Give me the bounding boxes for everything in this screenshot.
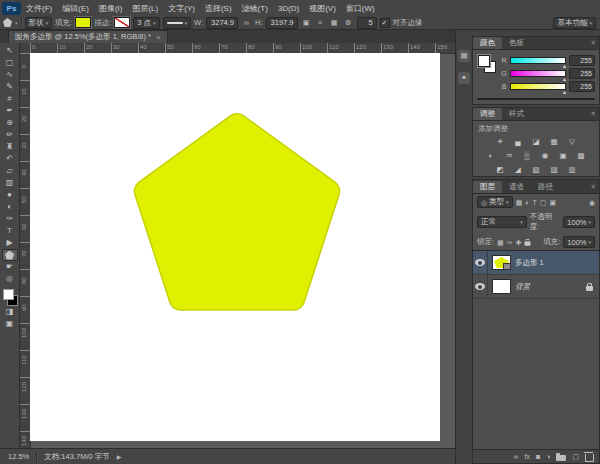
menu-edit[interactable]: 编辑(E)	[57, 1, 94, 16]
blur-tool[interactable]: ●	[2, 189, 18, 201]
filter-shape-layers-icon[interactable]: ▢	[540, 198, 547, 207]
layer-name[interactable]: 多边形 1	[515, 258, 544, 268]
link-dimensions-icon[interactable]: ∞	[241, 18, 252, 28]
menu-3d[interactable]: 3D(D)	[273, 1, 304, 16]
path-arrangement-icon[interactable]: ▦	[329, 18, 340, 28]
stroke-width-select[interactable]: 3 点 ▾	[133, 17, 159, 29]
history-brush-tool[interactable]: ↶	[2, 153, 18, 165]
color-lookup-icon[interactable]: ▩	[575, 151, 587, 161]
tab-swatches[interactable]: 色板	[502, 37, 531, 49]
path-operations-icon[interactable]: ▣	[301, 18, 312, 28]
new-layer-icon[interactable]: ▢	[572, 452, 579, 462]
eyedropper-tool[interactable]: ✒	[2, 105, 18, 117]
type-tool[interactable]: T	[2, 225, 18, 237]
zoom-tool[interactable]: ◎	[2, 273, 18, 285]
close-icon[interactable]: ×	[156, 33, 161, 42]
layer-style-fx-icon[interactable]: fx	[524, 452, 529, 462]
layer-row-polygon-1[interactable]: 多边形 1	[473, 251, 599, 275]
hand-tool[interactable]: ☛	[2, 261, 18, 273]
blue-value-field[interactable]: 255	[569, 81, 595, 92]
eraser-tool[interactable]: ▱	[2, 165, 18, 177]
new-group-icon[interactable]	[556, 455, 566, 461]
tab-paths[interactable]: 路径	[531, 181, 560, 193]
layer-row-background[interactable]: 背景	[473, 275, 599, 299]
filter-toggle-icon[interactable]: ◉	[589, 198, 595, 207]
add-layer-mask-icon[interactable]: ◙	[536, 452, 540, 462]
eye-icon[interactable]	[475, 259, 485, 266]
stroke-color-swatch[interactable]	[114, 17, 130, 28]
tab-color[interactable]: 颜色	[473, 37, 502, 49]
stroke-style-select[interactable]: ▾	[163, 17, 192, 29]
healing-brush-tool[interactable]: ⊕	[2, 117, 18, 129]
link-layers-icon[interactable]: ∞	[513, 452, 518, 462]
pentagon-shape[interactable]	[30, 53, 440, 441]
tab-styles[interactable]: 样式	[502, 108, 531, 120]
collapsed-properties-panel-button[interactable]: ✦	[458, 72, 470, 84]
menu-layer[interactable]: 图层(L)	[127, 1, 163, 16]
menu-file[interactable]: 文件(F)	[21, 1, 57, 16]
fill-field[interactable]: 100% ▾	[563, 236, 595, 248]
dodge-tool[interactable]: ◐	[2, 201, 18, 213]
vibrance-icon[interactable]: ▽	[566, 137, 578, 147]
menu-window[interactable]: 窗口(W)	[341, 1, 380, 16]
curves-icon[interactable]: ◪	[530, 137, 542, 147]
move-tool[interactable]: ↖	[2, 45, 18, 57]
color-balance-icon[interactable]: ♒	[503, 151, 515, 161]
brush-tool[interactable]: ✏	[2, 129, 18, 141]
tab-channels[interactable]: 通道	[502, 181, 531, 193]
path-alignment-icon[interactable]: ≡	[315, 18, 326, 28]
exposure-icon[interactable]: ▦	[548, 137, 560, 147]
photo-filter-icon[interactable]: ◉	[539, 151, 551, 161]
visibility-cell[interactable]	[473, 275, 488, 298]
marquee-tool[interactable]: ▢	[2, 57, 18, 69]
layer-filter-select[interactable]: ◎ 类型 ▾	[477, 196, 513, 208]
menu-type[interactable]: 文字(Y)	[163, 1, 200, 16]
filter-pixel-layers-icon[interactable]: ▦	[516, 198, 523, 207]
slider-thumb-icon[interactable]: ▲	[562, 63, 567, 69]
lock-transparency-icon[interactable]: ▦	[497, 238, 504, 247]
gear-icon[interactable]: ⚙	[343, 18, 354, 28]
crop-tool[interactable]: #	[2, 93, 18, 105]
blue-slider[interactable]: ▲	[510, 83, 566, 90]
channel-mixer-icon[interactable]: ▣	[557, 151, 569, 161]
path-selection-tool[interactable]: ▶	[2, 237, 18, 249]
slider-thumb-icon[interactable]: ▲	[562, 76, 567, 82]
quick-selection-tool[interactable]: ✎	[2, 81, 18, 93]
opacity-field[interactable]: 100% ▾	[563, 216, 595, 228]
brightness-contrast-icon[interactable]: ☀	[494, 137, 506, 147]
lock-all-icon[interactable]	[525, 241, 531, 245]
new-adjustment-layer-icon[interactable]: ◑	[546, 452, 550, 462]
filter-adjustment-layers-icon[interactable]: ◐	[525, 198, 529, 207]
pen-tool[interactable]: ✑	[2, 213, 18, 225]
hue-saturation-icon[interactable]: ◐	[485, 151, 497, 161]
shape-tool-selected[interactable]	[2, 249, 18, 261]
polygon-sides-field[interactable]: 5	[357, 17, 377, 29]
green-slider[interactable]: ▲	[510, 70, 566, 77]
menu-filter[interactable]: 滤镜(T)	[237, 1, 273, 16]
tool-preset-caret-icon[interactable]: ▾	[15, 20, 18, 26]
polygon-tool-preset-icon[interactable]	[3, 18, 12, 27]
quick-mask-button[interactable]: ◨	[2, 306, 18, 318]
panel-menu-icon[interactable]: ≡	[587, 181, 599, 193]
zoom-level-field[interactable]: 12.5%	[8, 452, 29, 461]
panel-menu-icon[interactable]: ≡	[587, 108, 599, 120]
panel-menu-icon[interactable]: ≡	[587, 37, 599, 49]
eye-icon[interactable]	[475, 283, 485, 290]
tab-adjustments[interactable]: 调整	[473, 108, 502, 120]
selective-color-icon[interactable]: ▨	[548, 165, 560, 175]
clone-stamp-tool[interactable]: ♜	[2, 141, 18, 153]
red-slider[interactable]: ▲	[510, 57, 566, 64]
foreground-color-swatch[interactable]	[478, 55, 490, 67]
layer-name[interactable]: 背景	[515, 282, 530, 292]
document-tab[interactable]: 圆角多边形 @ 12.5%(多边形 1, RGB/8) * ×	[8, 30, 168, 43]
tool-mode-select[interactable]: 形状 ▾	[25, 17, 53, 29]
visibility-cell[interactable]	[473, 251, 488, 274]
shape-layer-thumbnail[interactable]	[492, 255, 511, 270]
workspace-switcher[interactable]: 基本功能 ▾	[553, 17, 596, 29]
red-value-field[interactable]: 255	[569, 55, 595, 66]
threshold-icon[interactable]: ▧	[530, 165, 542, 175]
shape-width-field[interactable]: 3274.9	[206, 17, 238, 29]
screen-mode-button[interactable]: ▣	[2, 318, 18, 330]
menu-view[interactable]: 视图(V)	[304, 1, 341, 16]
delete-layer-icon[interactable]	[585, 454, 594, 462]
